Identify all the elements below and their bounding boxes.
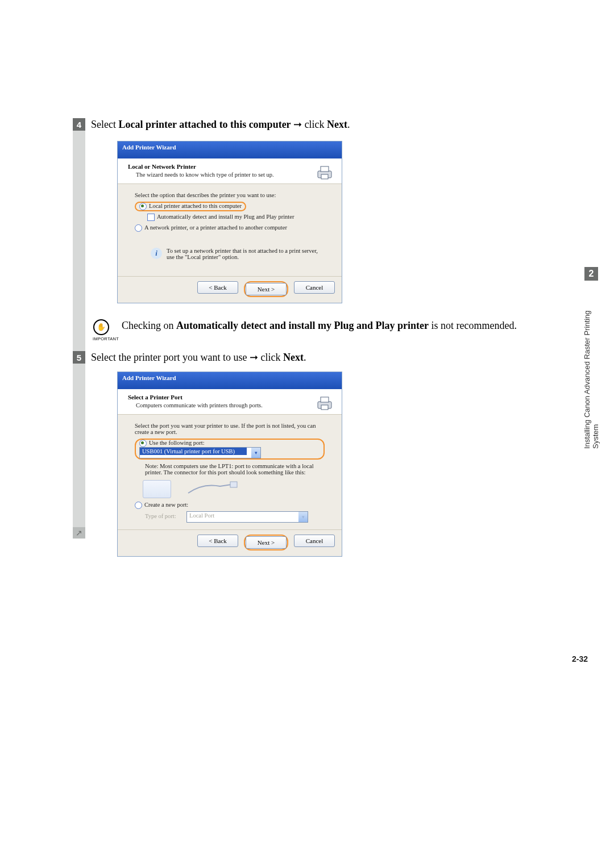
chevron-down-icon: ▾ [251,448,260,458]
chapter-tab: 2 [584,267,598,281]
port-dropdown-value: USB001 (Virtual printer port for USB) [140,448,247,455]
important-text: Checking on Automatically detect and ins… [122,319,517,332]
printer-icon [316,163,334,181]
chapter-title-vertical: Installing Canon Advanced Raster Printin… [586,284,596,449]
svg-rect-2 [321,174,328,179]
step-number-5: 5 [73,351,85,364]
important-label: IMPORTANT [93,336,110,341]
radio-network-printer[interactable] [135,224,142,232]
info-icon: i [151,248,162,259]
wizard2-subheading: Computers communicate with printers thro… [136,402,331,408]
wizard2-screenshot: Add Printer Wizard Select a Printer Port… [117,372,342,557]
port-type-label: Type of port: [145,514,176,520]
goto-arrow-icon[interactable]: ↗ [73,527,85,539]
wizard2-title: Add Printer Wizard [118,372,342,389]
cancel-button[interactable]: Cancel [294,535,335,547]
wizard1-buttons: < Back Next > Cancel [118,276,342,303]
highlight-next: Next > [244,535,288,550]
step4-arg: Local printer attached to this computer [118,119,291,130]
wizard2-buttons: < Back Next > Cancel [118,529,342,556]
port-type-value: Local Port [187,512,294,519]
page: ↗ 4 Select Local printer attached to thi… [0,0,614,868]
step5-pre: Select the printer port you want to use … [91,352,283,363]
wizard2-heading: Select a Printer Port [128,394,331,400]
next-button[interactable]: Next > [246,283,287,295]
important-pre: Checking on [122,320,176,331]
wizard1-heading: Local or Network Printer [128,163,331,170]
wizard1-prompt: Select the option that describes the pri… [135,192,325,198]
wizard1-header: Local or Network Printer The wizard need… [118,158,342,184]
wizard2-body: Select the port you want your printer to… [118,415,342,529]
radio-local-printer[interactable] [139,203,147,210]
step-4-text: Select Local printer attached to this co… [91,118,529,131]
step-5-text: Select the printer port you want to use … [91,351,529,364]
wizard2-header: Select a Printer Port Computers communic… [118,389,342,415]
procedure-rail: ↗ [73,118,85,539]
printer-graphic [143,480,171,498]
radio-use-port[interactable] [139,440,147,447]
wizard2-prompt: Select the port you want your printer to… [135,423,325,435]
svg-rect-4 [321,397,329,402]
checkbox-auto-detect[interactable] [147,214,155,221]
wizard1-info: i To set up a network printer that is no… [151,248,325,260]
wizard1-title: Add Printer Wizard [118,141,342,158]
hand-stop-icon: ✋ [93,319,109,335]
checkbox-auto-label: Automatically detect and install my Plug… [157,214,294,220]
svg-rect-5 [321,405,328,410]
step4-tail: . [347,119,350,130]
port-type-dropdown: Local Port▾ [186,511,308,523]
chevron-down-icon: ▾ [298,512,308,522]
page-number: 2-32 [572,654,588,663]
highlight-next: Next > [244,281,288,297]
wizard1-body: Select the option that describes the pri… [118,184,342,276]
highlight-use-port: Use the following port: USB001 (Virtual … [135,439,325,460]
step-number-4: 4 [73,118,85,131]
step5-bold: Next [283,352,304,363]
highlight-local-option: Local printer attached to this computer [135,202,246,211]
radio-create-port[interactable] [135,502,142,509]
port-dropdown[interactable]: USB001 (Virtual printer port for USB)▾ [139,447,261,458]
important-bold: Automatically detect and install my Plug… [176,320,429,331]
step5-tail: . [304,352,306,363]
radio-local-label: Local printer attached to this computer [149,203,242,209]
step4-next: Next [327,119,347,130]
step4-pre: Select [91,119,118,130]
step4-mid: ➞ click [291,119,327,130]
radio-create-port-label: Create a new port: [144,502,188,508]
important-icon: ✋ IMPORTANT [93,319,110,341]
wizard2-note: Note: Most computers use the LPT1: port … [145,463,325,475]
cable-graphic [186,481,238,498]
back-button[interactable]: < Back [197,535,238,547]
next-button[interactable]: Next > [246,536,287,549]
wizard1-subheading: The wizard needs to know which type of p… [136,172,331,178]
connector-illustration [143,480,325,498]
important-post: is not recommended. [429,320,517,331]
cancel-button[interactable]: Cancel [294,281,335,294]
wizard1-info-text: To set up a network printer that is not … [167,248,320,260]
radio-use-port-label: Use the following port: [149,440,205,446]
printer-icon [316,394,334,412]
back-button[interactable]: < Back [197,281,238,294]
radio-network-label: A network printer, or a printer attached… [144,224,287,231]
svg-rect-6 [230,482,237,487]
wizard1-screenshot: Add Printer Wizard Local or Network Prin… [117,141,342,303]
svg-rect-1 [321,166,329,172]
